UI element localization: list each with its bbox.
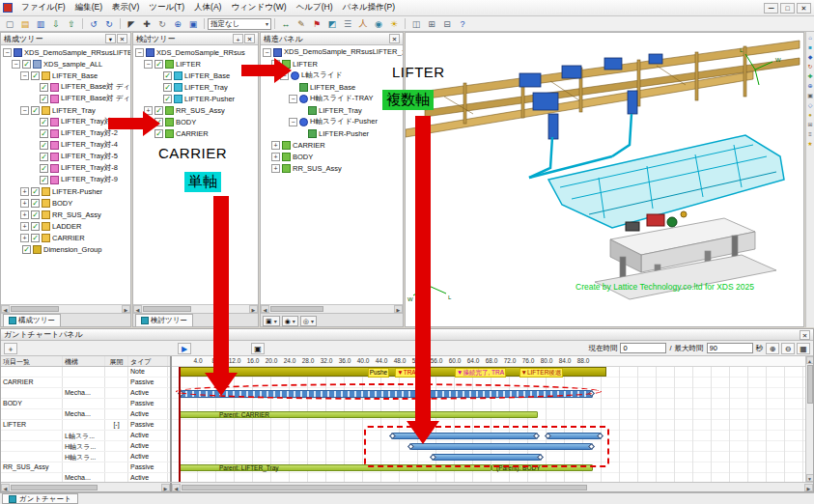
tree-item[interactable]: ✓LIFTER_Tray対-8 xyxy=(1,162,130,174)
collapse-icon[interactable]: − xyxy=(280,71,289,80)
tree-item[interactable]: LIFTER-Pusher xyxy=(261,127,403,139)
tree-item[interactable]: +CARRIER xyxy=(261,139,403,151)
undo-icon[interactable]: ↺ xyxy=(86,17,101,30)
keyframe-diamond-icon[interactable] xyxy=(597,433,603,439)
view-front-icon[interactable]: ■ xyxy=(808,44,812,50)
visibility-checkbox[interactable]: ✓ xyxy=(31,234,40,242)
visibility-checkbox[interactable]: ✓ xyxy=(40,95,48,103)
scroll-right-icon[interactable]: ▶ xyxy=(122,305,130,313)
table-horizontal-scrollbar[interactable]: ◀▶ xyxy=(1,483,172,491)
preset-combobox[interactable]: 指定なし▾ xyxy=(208,18,271,30)
minimize-button[interactable]: ー xyxy=(764,3,778,14)
event-marker[interactable]: Pushe xyxy=(368,368,389,378)
tree-item[interactable]: ✓LIFTER_Tray対-5 xyxy=(1,151,130,162)
column-header[interactable]: 展開 xyxy=(105,356,128,366)
expand-icon[interactable]: + xyxy=(20,210,29,219)
menu-item[interactable]: 表示(V) xyxy=(107,0,144,15)
tree-item[interactable]: −✓LIFTER xyxy=(133,58,258,70)
visibility-checkbox[interactable]: ✓ xyxy=(31,71,40,80)
menu-item[interactable]: パネル操作(P) xyxy=(338,0,400,15)
panel-close-button[interactable]: ✕ xyxy=(800,330,810,340)
visibility-checkbox[interactable]: ✓ xyxy=(40,118,48,126)
expand-icon[interactable]: + xyxy=(271,164,280,173)
tree-item[interactable]: +✓BODY xyxy=(1,197,130,209)
collapse-icon[interactable]: − xyxy=(263,48,271,57)
menu-item[interactable]: ウィンドウ(W) xyxy=(226,0,291,15)
visibility-checkbox[interactable]: ✓ xyxy=(31,210,40,219)
tree-item[interactable]: −✓LIFTER_Base xyxy=(1,70,130,81)
collapse-icon[interactable]: − xyxy=(289,95,297,103)
gantt-chart-tab[interactable]: ガントチャート xyxy=(2,493,78,504)
zoom-view-icon[interactable]: ⊕ xyxy=(807,83,812,89)
parent-constraint-bar[interactable]: Parent: LIFTER_Tray xyxy=(180,464,491,471)
snapshot-button[interactable]: ▣ xyxy=(251,343,265,354)
orbit-mode-button[interactable]: ◉▾ xyxy=(282,316,298,326)
new-file-icon[interactable]: ▢ xyxy=(2,17,17,30)
section-icon[interactable]: ◩ xyxy=(324,17,340,30)
menu-item[interactable]: 人体(A) xyxy=(189,0,226,15)
zoom-fit-time-icon[interactable]: ▦ xyxy=(797,343,810,354)
tree-item[interactable]: ✓LIFTER-Pusher xyxy=(133,93,258,104)
scroll-thumb[interactable] xyxy=(270,306,323,312)
parent-constraint-bar[interactable]: Parent: CARRIER xyxy=(180,411,538,418)
expand-icon[interactable]: + xyxy=(271,141,280,150)
tree-item[interactable]: ✓CARRIER xyxy=(133,127,258,139)
select-icon[interactable]: ◤ xyxy=(124,17,139,30)
3d-viewport[interactable]: H W L L W Create by Lattice Technology.c… xyxy=(405,32,804,327)
motion-bar[interactable] xyxy=(409,443,593,450)
horizontal-scrollbar[interactable]: ◀▶ xyxy=(261,304,403,313)
current-time-line[interactable] xyxy=(179,367,181,482)
scroll-left-icon[interactable]: ◀ xyxy=(133,305,142,313)
keyframe-diamond-icon[interactable] xyxy=(407,443,413,450)
add-row-button[interactable]: ＋ xyxy=(4,343,17,354)
tree-list-icon[interactable]: ☰ xyxy=(340,17,355,30)
help-icon[interactable]: ? xyxy=(455,17,470,30)
tree-item[interactable]: −✓LIFTER_Tray xyxy=(1,104,130,116)
import-icon[interactable]: ⇩ xyxy=(48,17,64,30)
menu-item[interactable]: ツール(T) xyxy=(144,0,189,15)
tree-item[interactable]: ✓Dimension_Group xyxy=(1,243,130,255)
keyframe-diamond-icon[interactable] xyxy=(587,443,594,450)
collapse-icon[interactable]: − xyxy=(271,60,280,69)
expand-icon[interactable]: + xyxy=(20,199,29,208)
collapse-icon[interactable]: − xyxy=(3,48,12,57)
tree-item[interactable]: +✓RR_SUS_Assy xyxy=(133,104,258,116)
zoom-out-time-icon[interactable]: ⊖ xyxy=(781,343,795,354)
zoom-in-time-icon[interactable]: ⊕ xyxy=(766,343,779,354)
visibility-checkbox[interactable]: ✓ xyxy=(31,222,40,231)
zoom-fit-icon[interactable]: ▣ xyxy=(185,17,201,30)
tree-item[interactable]: ✓LIFTER_Tray対 ディ-1 xyxy=(1,116,130,127)
expand-icon[interactable]: + xyxy=(20,234,29,242)
tree-item[interactable]: −LIFTER xyxy=(261,58,403,70)
expand-icon[interactable]: + xyxy=(20,187,29,196)
pan-view-icon[interactable]: ✚ xyxy=(807,73,812,79)
tree-item[interactable]: ✓LIFTER_Tray対-9 xyxy=(1,174,130,185)
table-row[interactable]: H軸スラ...Active xyxy=(1,441,170,452)
tree-item[interactable]: −XDS_DemoSample_RRsus xyxy=(133,46,258,58)
redo-icon[interactable]: ↻ xyxy=(101,17,117,30)
tree-item[interactable]: ✓LIFTER_Base対 ディ-1 xyxy=(1,81,130,93)
visibility-checkbox[interactable]: ✓ xyxy=(40,153,48,161)
keyframe-diamond-icon[interactable] xyxy=(388,433,395,439)
horizontal-scrollbar[interactable]: ◀▶ xyxy=(133,304,258,313)
fit-view-icon[interactable]: ▣ xyxy=(807,93,813,98)
tree-item[interactable]: +✓CARRIER xyxy=(1,232,130,243)
visibility-checkbox[interactable]: ✓ xyxy=(163,71,172,80)
layout-single-icon[interactable]: ⊟ xyxy=(439,17,455,30)
target-mode-button[interactable]: ◎▾ xyxy=(300,316,317,326)
horizontal-scrollbar[interactable]: ◀▶ xyxy=(1,304,130,313)
tree-item[interactable]: −✓XDS_sample_ALL xyxy=(1,58,130,70)
motion-bar[interactable] xyxy=(547,433,602,439)
scroll-right-icon[interactable]: ▶ xyxy=(249,305,258,313)
view-iso-icon[interactable]: ◆ xyxy=(808,54,813,60)
flag-icon[interactable]: ⚑ xyxy=(309,17,324,30)
current-time-input[interactable] xyxy=(620,343,666,353)
visibility-checkbox[interactable]: ✓ xyxy=(31,199,40,208)
visibility-checkbox[interactable]: ✓ xyxy=(22,245,31,254)
tree-item[interactable]: −H軸スライド-TRAY xyxy=(261,93,403,104)
tree-item[interactable]: +BODY xyxy=(261,151,403,162)
tree-item[interactable]: −L軸スライド xyxy=(261,70,403,81)
scroll-thumb[interactable] xyxy=(807,365,813,404)
menu-item[interactable]: 編集(E) xyxy=(70,0,107,15)
rotate-view-icon[interactable]: ↻ xyxy=(154,17,170,30)
